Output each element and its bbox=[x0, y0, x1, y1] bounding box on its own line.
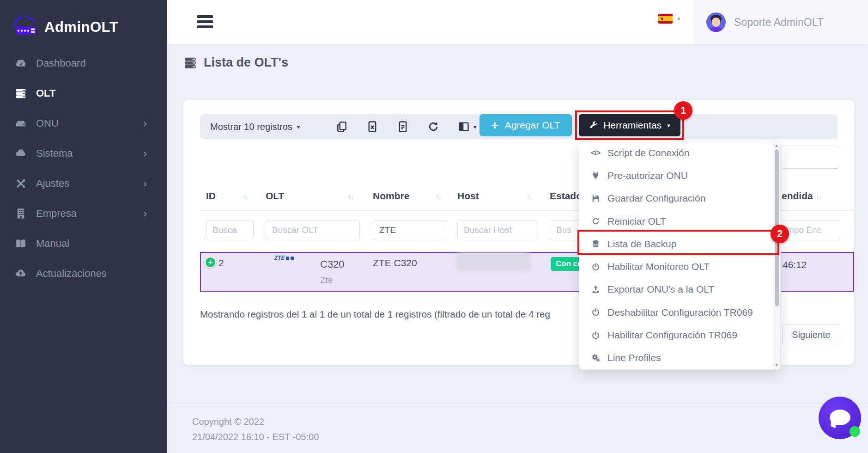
server-icon bbox=[15, 87, 27, 99]
brand[interactable]: AdminOLT bbox=[0, 0, 167, 44]
save-icon bbox=[589, 194, 601, 203]
refresh-icon[interactable] bbox=[427, 121, 439, 133]
cell-nombre: ZTE C320 bbox=[373, 257, 417, 269]
show-entries-select[interactable]: Mostrar 10 registros bbox=[210, 122, 326, 132]
menu-item-script-de-conexion[interactable]: Script de Conexión bbox=[579, 141, 773, 164]
sidebar-item-label: Ajustes bbox=[36, 178, 69, 190]
online-status-dot bbox=[850, 426, 860, 437]
cell-encendida: 46:12 bbox=[783, 259, 807, 270]
plug-icon bbox=[589, 171, 601, 180]
menu-item-pre-autorizar-onu[interactable]: Pre-autorizar ONU bbox=[579, 164, 773, 187]
caret-down-icon bbox=[473, 123, 477, 130]
menu-item-deshabilitar-configuracion-tr069[interactable]: Deshabilitar Configuración TR069 bbox=[579, 301, 773, 324]
sort-icon[interactable] bbox=[816, 193, 821, 201]
app-window: AdminOLT Dashboard OLT ONU bbox=[0, 0, 868, 453]
menu-item-guardar-configuracion[interactable]: Guardar Configuración bbox=[579, 187, 773, 210]
table-search-input[interactable] bbox=[780, 146, 840, 169]
sidebar-item-olt[interactable]: OLT bbox=[0, 78, 167, 108]
menu-item-habilitar-monitoreo-olt[interactable]: Habilitar Monitoreo OLT bbox=[579, 255, 773, 278]
tools-dropdown-menu: Script de Conexión Pre-autorizar ONU Gua… bbox=[579, 141, 781, 370]
avatar bbox=[706, 12, 726, 32]
server-icon bbox=[183, 56, 197, 70]
columns-icon bbox=[458, 121, 470, 133]
column-header-olt[interactable]: OLT bbox=[266, 190, 284, 202]
footer: Copyright © 2022 21/04/2022 16:10 - EST … bbox=[167, 404, 868, 453]
pagination-next-button[interactable]: Siguiente bbox=[782, 324, 840, 345]
cogs-icon bbox=[589, 354, 601, 362]
device-icon bbox=[15, 117, 27, 129]
menu-item-lista-de-backup[interactable]: Lista de Backup bbox=[579, 233, 773, 255]
cell-host-redacted bbox=[458, 255, 528, 269]
code-icon bbox=[589, 149, 601, 157]
sidebar-item-actualizaciones[interactable]: Actualizaciones bbox=[0, 258, 167, 288]
sidebar-nav: Dashboard OLT ONU Sistema bbox=[0, 44, 167, 288]
filter-encendida-input[interactable] bbox=[780, 220, 840, 240]
chevron-right-icon bbox=[143, 147, 147, 160]
filter-id-input[interactable] bbox=[206, 220, 254, 240]
sidebar-item-ajustes[interactable]: Ajustes bbox=[0, 168, 167, 198]
cell-olt-model: C320 bbox=[320, 258, 345, 270]
table-summary: Mostrando registros del 1 al 1 de un tot… bbox=[200, 309, 550, 320]
filter-host-input[interactable] bbox=[457, 220, 538, 240]
excel-icon[interactable] bbox=[366, 121, 378, 133]
chat-widget-button[interactable] bbox=[819, 397, 861, 439]
chevron-right-icon bbox=[143, 177, 147, 190]
upload-icon bbox=[589, 285, 601, 294]
sidebar-item-label: Dashboard bbox=[36, 57, 86, 69]
user-menu[interactable]: Soporte AdminOLT bbox=[694, 0, 868, 44]
chevron-right-icon bbox=[143, 117, 147, 130]
copyright-text: Copyright © 2022 bbox=[192, 414, 868, 429]
menu-item-exportar-onus-a-la-olt[interactable]: Exportar ONU's a la OLT bbox=[579, 278, 773, 301]
chat-bubble-icon bbox=[830, 410, 850, 425]
sidebar-item-label: Manual bbox=[36, 238, 69, 250]
filter-nombre-input[interactable] bbox=[373, 220, 447, 240]
column-header-id[interactable]: ID bbox=[206, 190, 216, 202]
sort-icon[interactable] bbox=[348, 193, 353, 201]
dropdown-scrollbar[interactable] bbox=[773, 142, 780, 369]
building-icon bbox=[15, 208, 27, 220]
copy-icon[interactable] bbox=[336, 121, 348, 133]
user-name: Soporte AdminOLT bbox=[734, 16, 824, 29]
brand-name: AdminOLT bbox=[44, 19, 118, 36]
sidebar: AdminOLT Dashboard OLT ONU bbox=[0, 0, 167, 453]
menu-item-reiniciar-olt[interactable]: Reiniciar OLT bbox=[579, 210, 773, 233]
sidebar-item-label: Sistema bbox=[36, 147, 73, 159]
column-header-encendida[interactable]: endida bbox=[782, 190, 813, 202]
sidebar-item-onu[interactable]: ONU bbox=[0, 108, 167, 138]
sidebar-item-empresa[interactable]: Empresa bbox=[0, 198, 167, 228]
hamburger-icon[interactable] bbox=[197, 15, 213, 31]
column-header-nombre[interactable]: Nombre bbox=[373, 190, 409, 202]
sort-icon[interactable] bbox=[436, 193, 441, 201]
sidebar-item-label: OLT bbox=[36, 87, 55, 99]
column-header-host[interactable]: Host bbox=[457, 190, 479, 202]
menu-item-line-profiles[interactable]: Line Profiles bbox=[579, 347, 773, 369]
tools-dropdown-button[interactable]: Herramientas bbox=[579, 114, 680, 136]
sort-icon[interactable] bbox=[527, 193, 532, 201]
wrench-icon bbox=[589, 121, 598, 130]
filter-olt-input[interactable] bbox=[266, 220, 360, 240]
caret-down-icon bbox=[677, 15, 680, 22]
scroll-up-icon[interactable] bbox=[773, 143, 780, 148]
sort-icon[interactable] bbox=[243, 193, 248, 201]
chevron-right-icon bbox=[143, 207, 147, 220]
annotation-step-2-badge: 2 bbox=[771, 225, 789, 243]
sync-icon bbox=[589, 217, 601, 226]
sidebar-item-label: ONU bbox=[36, 117, 59, 129]
sidebar-item-dashboard[interactable]: Dashboard bbox=[0, 48, 167, 78]
sidebar-item-label: Empresa bbox=[36, 208, 77, 220]
expand-row-button[interactable] bbox=[205, 257, 216, 268]
sidebar-item-manual[interactable]: Manual bbox=[0, 228, 167, 258]
topbar: Soporte AdminOLT bbox=[167, 0, 868, 44]
file-icon[interactable] bbox=[397, 121, 409, 133]
scroll-down-icon[interactable] bbox=[773, 363, 780, 367]
page-title: Lista de OLT's bbox=[183, 55, 288, 70]
column-header-estado[interactable]: Estado bbox=[550, 190, 582, 202]
caret-down-icon bbox=[297, 123, 300, 130]
menu-item-habilitar-configuracion-tr069[interactable]: Habilitar Configuración TR069 bbox=[579, 324, 773, 346]
export-buttons bbox=[336, 121, 477, 133]
cloud-icon bbox=[15, 147, 27, 159]
add-olt-button[interactable]: Agregar OLT bbox=[480, 114, 572, 136]
sidebar-item-sistema[interactable]: Sistema bbox=[0, 138, 167, 168]
language-selector[interactable] bbox=[658, 14, 680, 24]
columns-visibility-button[interactable] bbox=[458, 121, 477, 133]
